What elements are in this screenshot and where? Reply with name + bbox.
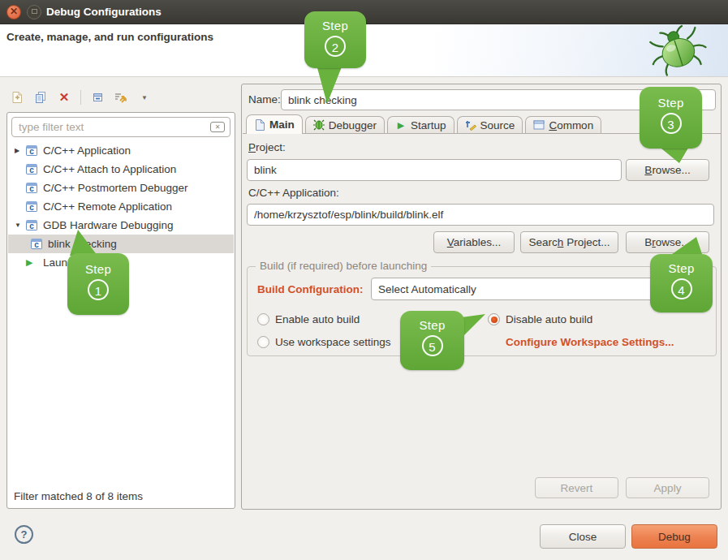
restore-icon (32, 9, 37, 14)
selected-option: Select Automatically (378, 283, 476, 295)
group-title: Build (if required) before launching (256, 260, 431, 272)
tab-common[interactable]: Common (525, 116, 601, 133)
project-label: Project: (248, 141, 286, 153)
tree-item-label: C/C++ Application (43, 144, 131, 157)
delete-configuration-icon[interactable]: ✕ (57, 90, 71, 105)
tree-item-label: GDB Hardware Debugging (43, 219, 174, 231)
window-close-button[interactable]: ✕ (6, 5, 21, 19)
c-config-icon: c (31, 239, 42, 249)
debugger-bug-icon (313, 119, 325, 131)
step-4-callout: Step 4 (650, 254, 713, 312)
close-button[interactable]: Close (540, 524, 626, 549)
application-input[interactable] (247, 204, 714, 226)
revert-button[interactable]: Revert (535, 477, 618, 498)
window-restore-button[interactable] (27, 5, 41, 19)
project-input[interactable] (247, 159, 622, 181)
debug-button[interactable]: Debug (631, 524, 717, 549)
tab-label: Main (269, 118, 295, 131)
tree-item-label: C/C++ Attach to Application (43, 163, 176, 175)
step-2-callout: Step 2 (304, 11, 366, 68)
launch-group-icon: ▶ (26, 257, 37, 268)
configuration-tree: ▶ c C/C++ Application c C/C++ Attach to … (8, 141, 234, 272)
build-configuration-label: Build Configuration: (257, 283, 363, 295)
tab-label: Source (480, 119, 515, 131)
step-1-callout: Step 1 (67, 253, 129, 315)
tree-item-cpp-postmortem[interactable]: c C/C++ Postmortem Debugger (8, 179, 234, 197)
tab-source[interactable]: Source (457, 116, 523, 133)
c-config-icon: c (26, 164, 37, 174)
tree-item-blink-checking[interactable]: c blink checking (8, 235, 234, 253)
expander-expanded-icon[interactable]: ▼ (13, 222, 26, 229)
configure-workspace-settings-link[interactable]: Configure Workspace Settings... (506, 336, 674, 348)
step-3-callout: Step 3 (640, 87, 702, 149)
disable-auto-build-radio[interactable] (488, 313, 500, 325)
dialog-heading: Create, manage, and run configurations (6, 31, 213, 43)
toolbar-separator (80, 90, 81, 105)
tab-debugger[interactable]: Debugger (305, 116, 385, 133)
variables-button[interactable]: Variables... (433, 231, 515, 253)
tree-item-cpp-attach[interactable]: c C/C++ Attach to Application (8, 160, 234, 179)
name-label: Name: (248, 93, 281, 106)
source-icon (465, 119, 476, 131)
tree-item-gdb-hardware[interactable]: ▼ c GDB Hardware Debugging (8, 216, 234, 235)
page-icon (254, 119, 265, 131)
step1-tail (65, 230, 101, 256)
tree-item-label: C/C++ Remote Application (43, 200, 172, 213)
tab-bar: Main Debugger ▶ Startup Source Common (246, 114, 601, 134)
bug-logo-icon (645, 24, 710, 76)
duplicate-configuration-icon[interactable] (33, 90, 48, 105)
tab-label: Debugger (329, 119, 377, 131)
c-config-icon: c (26, 220, 37, 230)
tab-main[interactable]: Main (246, 114, 303, 134)
clear-filter-icon[interactable]: ✕ (210, 122, 225, 132)
startup-play-icon: ▶ (395, 119, 407, 131)
filter-input[interactable] (11, 117, 230, 137)
c-config-icon: c (26, 201, 37, 212)
search-project-button[interactable]: Search Project... (520, 231, 618, 253)
tab-label: Startup (411, 119, 446, 131)
tree-item-label: C/C++ Postmortem Debugger (43, 182, 188, 194)
enable-auto-build-label: Enable auto build (275, 313, 360, 325)
disable-auto-build-label: Disable auto build (506, 313, 592, 325)
use-workspace-settings-radio[interactable] (257, 336, 269, 348)
configurations-toolbar: ✕ ▼ (10, 88, 152, 107)
filter-configurations-icon[interactable] (114, 90, 128, 105)
tab-label: Common (549, 119, 593, 131)
window-title: Debug Configurations (46, 6, 162, 18)
tab-startup[interactable]: ▶ Startup (387, 116, 454, 133)
tree-item-cpp-remote[interactable]: c C/C++ Remote Application (8, 197, 234, 216)
use-workspace-settings-label: Use workspace settings (275, 336, 391, 348)
collapse-all-icon[interactable] (90, 90, 105, 105)
window-icon (533, 119, 545, 131)
filter-status: Filter matched 8 of 8 items (14, 490, 143, 502)
help-button[interactable]: ? (15, 525, 33, 544)
toolbar-dropdown-icon[interactable]: ▼ (137, 90, 152, 105)
new-configuration-icon[interactable] (10, 90, 24, 105)
c-config-icon: c (26, 183, 37, 193)
enable-auto-build-radio[interactable] (257, 313, 269, 325)
step-5-callout: Step 5 (400, 311, 464, 370)
application-label: C/C++ Application: (248, 187, 339, 199)
c-config-icon: c (26, 145, 37, 156)
expander-collapsed-icon[interactable]: ▶ (13, 147, 26, 154)
tree-item-cpp-application[interactable]: ▶ c C/C++ Application (8, 141, 234, 160)
apply-button[interactable]: Apply (626, 477, 709, 498)
step2-tail (313, 63, 346, 106)
